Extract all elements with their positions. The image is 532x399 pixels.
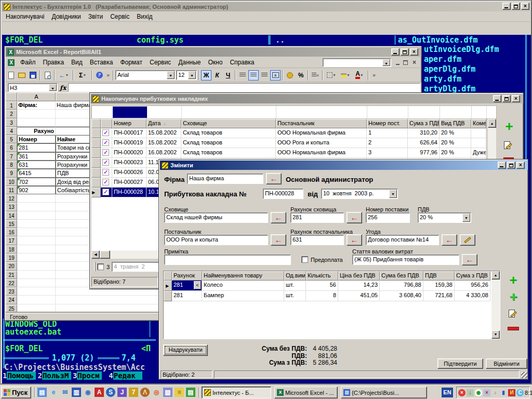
excel-cell-A23[interactable] — [17, 287, 56, 296]
excel-row-header-11[interactable]: 11 — [6, 186, 17, 194]
excel-row-header-16[interactable]: 16 — [6, 228, 17, 236]
invoice-date-combo[interactable]: 10 жовтня 2003 р.▼ — [321, 189, 398, 199]
filter-selected-cell[interactable] — [113, 107, 147, 118]
item-cell-1-marker[interactable] — [164, 291, 172, 301]
clock[interactable]: 8:11 — [525, 390, 532, 396]
messenger-icon[interactable]: И — [508, 389, 515, 396]
excel-row-header-8[interactable]: 8 — [6, 161, 17, 169]
add-record-button[interactable]: + — [501, 120, 517, 135]
item-cell-1-unit[interactable]: шт. — [284, 291, 306, 301]
firm-lookup-button[interactable]: ← — [266, 173, 282, 184]
item-cell-0-name[interactable]: Колесо — [202, 281, 284, 291]
items-column-total[interactable]: Сума з ПДВ — [455, 271, 490, 281]
items-row-1[interactable]: 281Бампершт.8451,053 608,40721,684 330,0… — [164, 291, 500, 301]
console-fkey-1[interactable]: 1Помощь — [3, 371, 36, 380]
excel-menu-item-3[interactable]: Вставка — [86, 58, 117, 67]
scroll-left-button[interactable]: ◀ — [91, 250, 100, 259]
underline-button[interactable]: Ч — [223, 70, 233, 81]
new-button[interactable] — [6, 70, 16, 81]
battery-icon[interactable]: ▮ — [500, 389, 507, 396]
account-lookup-button[interactable]: < — [194, 281, 201, 289]
help-button[interactable]: ? — [94, 70, 104, 81]
dialog-title-bar[interactable]: Змінити — [160, 161, 528, 170]
item-cell-1-total[interactable]: 4 330,08 — [455, 291, 490, 301]
excel-cell-A17[interactable] — [17, 236, 56, 245]
money-icon[interactable]: ▤ — [186, 388, 195, 397]
excel-cell-A15[interactable] — [17, 220, 56, 228]
item-cell-0-sum[interactable]: 796,88 — [380, 281, 423, 291]
items-scroll-down-button[interactable]: ▼ — [491, 330, 500, 339]
workbook-close-button[interactable]: × — [413, 59, 416, 66]
excel-restore-button[interactable] — [401, 48, 409, 56]
helmet-app-icon[interactable]: Λ — [140, 388, 150, 397]
invoice-row-6-marker[interactable]: ▶ — [91, 188, 101, 197]
excel-cell-A11[interactable]: 902 — [17, 186, 56, 194]
excel-cell-A3[interactable] — [17, 118, 56, 127]
column-header-num[interactable]: Номер — [112, 119, 147, 128]
edit-item-button[interactable] — [508, 309, 523, 324]
console-file-name[interactable]: aperDlg.dfm — [424, 65, 475, 73]
edit-record-button[interactable] — [503, 141, 518, 155]
chevron-down-icon[interactable]: ▼ — [389, 190, 397, 198]
invoice-row-6-check[interactable]: ✓ — [101, 188, 112, 197]
print-button[interactable]: Надрукувати — [163, 344, 208, 356]
invoice-row-3-check[interactable]: ✓ — [101, 158, 112, 168]
show-desktop-icon[interactable]: ▤ — [37, 388, 47, 397]
invoice-row-1-post[interactable]: 2 — [367, 138, 408, 148]
excel-menu-item-5[interactable]: Сервис — [146, 58, 175, 67]
chevron-down-icon[interactable]: ▼ — [49, 84, 57, 91]
invoice-row-5-check[interactable]: ✓ — [101, 178, 112, 188]
item-cell-0-total[interactable]: 956,26 — [455, 281, 490, 291]
main-title-bar[interactable]: Інтелектус - Бухгалтерія 1.0 (Разрабатыв… — [2, 2, 530, 11]
antivirus-icon[interactable]: ◉ — [475, 389, 482, 396]
main-menu-item-2[interactable]: Звіти — [85, 12, 107, 21]
column-header-comment[interactable]: Коме — [471, 119, 486, 128]
excel-cell-A1[interactable]: Фірма: — [17, 101, 56, 110]
console-fkey-4[interactable]: 4Редак — [109, 371, 142, 380]
acc-close-button[interactable]: × — [512, 95, 520, 102]
workbook-restore-button[interactable] — [403, 60, 408, 65]
supplier-lookup-button[interactable]: ← — [271, 234, 286, 246]
invoice-row-0-post[interactable]: 1 — [367, 128, 408, 138]
invoice-row-0-comment[interactable] — [471, 128, 486, 138]
chevron-down-icon[interactable]: ▼ — [167, 71, 175, 79]
items-column-sum[interactable]: Сума без ПДВ — [380, 271, 423, 281]
invoice-row-0-marker[interactable] — [91, 128, 101, 138]
filter-cell-date[interactable] — [147, 106, 182, 118]
borders-button[interactable]: ▼ — [325, 70, 338, 81]
excel-cell-A9[interactable]: 6415 — [17, 169, 56, 177]
item-cell-0-price[interactable]: 14,23 — [338, 281, 380, 291]
storage-lookup-button[interactable]: ← — [271, 212, 286, 223]
excel-row-header-12[interactable]: 12 — [6, 194, 17, 203]
hscroll-thumb[interactable] — [100, 250, 110, 259]
contract-lookup-button[interactable]: ← — [442, 234, 457, 246]
item-cell-1-vat[interactable]: 721,68 — [423, 291, 455, 301]
column-header-date[interactable]: Дата▲ — [147, 119, 181, 128]
taskbar-task-2[interactable]: ▥{C:\Projects\Busi... — [341, 387, 427, 398]
excel-menu-item-8[interactable]: Справка — [226, 58, 258, 67]
acc-minimize-button[interactable] — [493, 95, 501, 102]
invoice-row-5-num[interactable]: ПН-000027 — [112, 178, 147, 188]
excel-row-header-4[interactable]: 4 — [6, 127, 17, 135]
invoice-row-1-sum[interactable]: 626,64 — [408, 138, 440, 148]
excel-row-header-7[interactable]: 7 — [6, 152, 17, 161]
data-window-icon[interactable]: ▥ — [72, 388, 81, 397]
dialog-maximize-button[interactable] — [507, 162, 515, 169]
item-cell-0-qty[interactable]: 56 — [306, 281, 338, 291]
formula-input[interactable] — [68, 83, 420, 92]
excel-row-header-17[interactable]: 17 — [6, 236, 17, 245]
column-header-a[interactable]: A — [17, 92, 56, 101]
excel-row-header-20[interactable]: 20 — [6, 262, 17, 270]
excel-row-header-24[interactable]: 24 — [6, 296, 17, 304]
invoice-row-0-check[interactable]: ✓ — [101, 128, 112, 138]
cd-burner-icon[interactable]: ◎ — [152, 388, 161, 397]
console-file-name[interactable]: utInvoiceDlg.dfm — [424, 45, 499, 54]
items-column-account[interactable]: Рахунок — [172, 271, 202, 281]
excel-row-header-15[interactable]: 15 — [6, 220, 17, 228]
invoice-row-0-num[interactable]: ПН-000017 — [112, 128, 147, 138]
invoice-row-2-num[interactable]: ПН-000020 — [112, 148, 147, 158]
items-column-qty[interactable]: Кількість — [306, 271, 338, 281]
filter-cell-post[interactable] — [367, 106, 408, 118]
main-menu-item-0[interactable]: Накопичувачі — [2, 12, 48, 21]
column-header-marker[interactable] — [91, 119, 101, 128]
